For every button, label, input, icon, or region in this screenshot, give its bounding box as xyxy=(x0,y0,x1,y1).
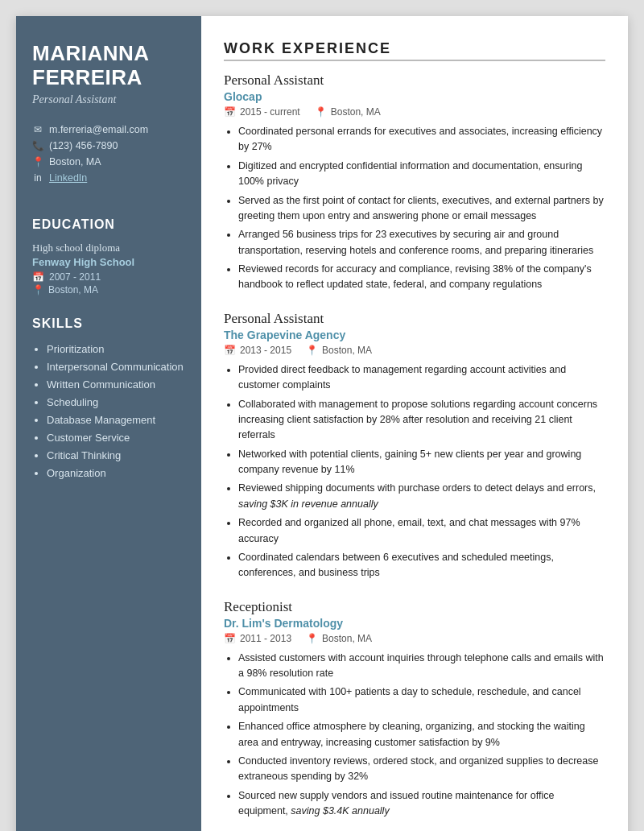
bullet: Communicated with 100+ patients a day to… xyxy=(238,684,605,716)
job-location-2: 📍 Boston, MA xyxy=(306,633,372,644)
job-bullets-1: Provided direct feedback to management r… xyxy=(224,362,605,581)
bullet: Networked with potential clients, gainin… xyxy=(238,447,605,478)
education-school: Fenway High School xyxy=(32,256,185,268)
phone-icon: 📞 xyxy=(32,140,43,151)
skills-list: PrioritizationInterpersonal Communicatio… xyxy=(32,341,185,483)
bullet: Coordinated calendars between 6 executiv… xyxy=(238,550,605,581)
calendar-icon-2: 📅 xyxy=(224,633,236,644)
work-experience-title: WORK EXPERIENCE xyxy=(224,40,605,61)
contact-phone: 📞 (123) 456-7890 xyxy=(32,140,185,151)
skill-item: Prioritization xyxy=(47,341,185,358)
skill-item: Scheduling xyxy=(47,394,185,411)
job-location-0: 📍 Boston, MA xyxy=(315,106,381,118)
linkedin-icon: in xyxy=(32,172,43,184)
skill-item: Customer Service xyxy=(47,429,185,447)
bullet: Recorded and organized all phone, email,… xyxy=(238,515,605,547)
location-pin-icon: 📍 xyxy=(32,284,44,296)
skill-item: Database Management xyxy=(47,411,185,429)
contact-email: ✉ m.ferreria@email.com xyxy=(32,124,185,135)
calendar-icon-1: 📅 xyxy=(224,345,236,356)
email-icon: ✉ xyxy=(32,124,43,135)
job-meta-2: 📅 2011 - 2013 📍 Boston, MA xyxy=(224,633,605,644)
job-block-1: Personal Assistant The Grapevine Agency … xyxy=(224,311,605,581)
skill-item: Written Communication xyxy=(47,376,185,394)
job-company-2: Dr. Lim's Dermatology xyxy=(224,617,605,630)
resume-container: MARIANNA FERREIRA Personal Assistant ✉ m… xyxy=(16,16,628,831)
job-block-2: Receptionist Dr. Lim's Dermatology 📅 201… xyxy=(224,599,605,820)
bullet: Served as the first point of contact for… xyxy=(238,193,605,225)
bullet: Conducted inventory reviews, ordered sto… xyxy=(238,754,605,785)
bullet: Collaborated with management to propose … xyxy=(238,397,605,444)
sidebar: MARIANNA FERREIRA Personal Assistant ✉ m… xyxy=(16,16,201,831)
skill-item: Organization xyxy=(47,465,185,482)
education-location: 📍 Boston, MA xyxy=(32,284,185,296)
location-icon-0: 📍 xyxy=(315,106,327,118)
job-location-1: 📍 Boston, MA xyxy=(306,345,372,356)
job-years-0: 📅 2015 - current xyxy=(224,106,300,118)
bullet: Enhanced office atmosphere by cleaning, … xyxy=(238,719,605,750)
bullet: Coordinated personal errands for executi… xyxy=(238,124,605,155)
contact-location: 📍 Boston, MA xyxy=(32,156,185,167)
education-years: 📅 2007 - 2011 xyxy=(32,271,185,283)
job-company-1: The Grapevine Agency xyxy=(224,329,605,341)
job-years-2: 📅 2011 - 2013 xyxy=(224,633,291,644)
bullet: Assisted customers with account inquirie… xyxy=(238,651,605,682)
contact-linkedin[interactable]: in LinkedIn xyxy=(32,172,185,184)
calendar-icon: 📅 xyxy=(32,271,44,283)
skills-section-title: SKILLS xyxy=(32,316,185,331)
job-meta-0: 📅 2015 - current 📍 Boston, MA xyxy=(224,106,605,118)
skill-item: Critical Thinking xyxy=(47,447,185,465)
job-block-0: Personal Assistant Glocap 📅 2015 - curre… xyxy=(224,72,605,293)
job-years-1: 📅 2013 - 2015 xyxy=(224,345,291,356)
contact-section: ✉ m.ferreria@email.com 📞 (123) 456-7890 … xyxy=(32,124,185,188)
bullet: Arranged 56 business trips for 23 execut… xyxy=(238,227,605,258)
location-icon-1: 📍 xyxy=(306,345,318,356)
location-icon: 📍 xyxy=(32,156,43,167)
calendar-icon-0: 📅 xyxy=(224,106,236,118)
main-content: WORK EXPERIENCE Personal Assistant Gloca… xyxy=(201,16,628,831)
bullet: Sourced new supply vendors and issued ro… xyxy=(238,788,605,820)
job-title-1: Personal Assistant xyxy=(224,311,605,327)
location-icon-2: 📍 xyxy=(306,633,318,644)
job-title-0: Personal Assistant xyxy=(224,72,605,89)
candidate-title: Personal Assistant xyxy=(32,93,185,106)
bullet: Reviewed shipping documents with purchas… xyxy=(238,481,605,512)
job-meta-1: 📅 2013 - 2015 📍 Boston, MA xyxy=(224,345,605,356)
skill-item: Interpersonal Communication xyxy=(47,358,185,376)
job-title-2: Receptionist xyxy=(224,599,605,615)
education-section-title: EDUCATION xyxy=(32,217,185,232)
job-bullets-2: Assisted customers with account inquirie… xyxy=(224,651,605,820)
education-degree: High school diploma xyxy=(32,242,185,254)
candidate-name: MARIANNA FERREIRA xyxy=(32,42,185,90)
bullet: Provided direct feedback to management r… xyxy=(238,362,605,394)
bullet: Reviewed records for accuracy and compli… xyxy=(238,262,605,293)
bullet: Digitized and encrypted confidential inf… xyxy=(238,159,605,190)
job-bullets-0: Coordinated personal errands for executi… xyxy=(224,124,605,293)
job-company-0: Glocap xyxy=(224,90,605,103)
